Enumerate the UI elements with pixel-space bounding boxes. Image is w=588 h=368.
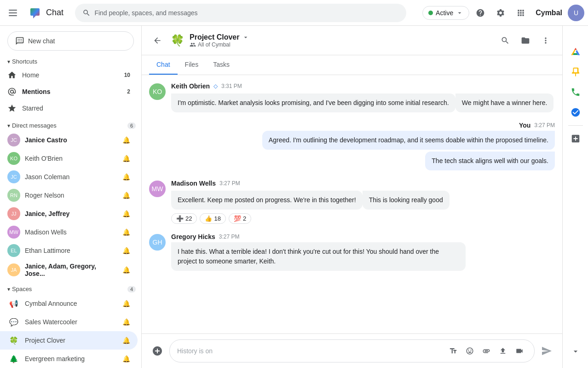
top-bar-right: Active Cymbal U bbox=[422, 4, 584, 22]
format-text-icon bbox=[449, 347, 457, 355]
search-chat-button[interactable] bbox=[496, 31, 514, 50]
dm-item[interactable]: RN Roger Nelson 🔔 bbox=[0, 186, 138, 204]
msg-bubble: I hate this. What a terrible idea! I don… bbox=[171, 242, 466, 271]
keep-button[interactable] bbox=[566, 63, 585, 81]
own-sender: You bbox=[519, 122, 530, 129]
attach-button[interactable] bbox=[479, 344, 494, 358]
msg-sender: Gregory Hicks bbox=[171, 233, 215, 240]
dm-item[interactable]: JA Janice, Adam, Gregory, Jose... 🔔 bbox=[0, 260, 138, 280]
user-avatar[interactable]: U bbox=[568, 5, 584, 21]
spaces-chevron-icon: ▾ bbox=[7, 286, 10, 292]
more-options-button[interactable] bbox=[536, 31, 555, 50]
spaces-list: 📢 Cymbal Announce 🔔 💬 Sales Watercooler … bbox=[0, 294, 141, 368]
add-icon bbox=[152, 345, 163, 356]
view-toggle-button[interactable] bbox=[516, 31, 535, 50]
shortcuts-section[interactable]: ▾ Shortcuts bbox=[0, 56, 141, 67]
space-item[interactable]: 💬 Sales Watercooler 🔔 bbox=[0, 313, 138, 331]
msg-header: Gregory Hicks 3:27 PM bbox=[171, 233, 555, 240]
dm-badge: 6 bbox=[127, 123, 136, 129]
dm-section-label: Direct messages bbox=[12, 122, 127, 129]
msg-content: Madison Wells 3:27 PM Excellent. Keep me… bbox=[171, 180, 555, 224]
space-name: Cymbal Announce bbox=[25, 300, 118, 307]
dm-name: Janice, Adam, Gregory, Jose... bbox=[25, 263, 118, 277]
reaction-pill[interactable]: 💯2 bbox=[229, 213, 251, 224]
dm-bell-icon: 🔔 bbox=[122, 173, 130, 181]
space-item[interactable]: 🍀 Project Clover 🔔 bbox=[0, 331, 138, 350]
status-button[interactable]: Active bbox=[422, 6, 469, 20]
msg-bubble: We might have a winner here. bbox=[455, 93, 554, 112]
chat-subtitle: All of Cymbal bbox=[190, 41, 492, 48]
right-divider bbox=[568, 125, 583, 126]
emoji-button[interactable] bbox=[462, 344, 477, 358]
space-item[interactable]: 📢 Cymbal Announce 🔔 bbox=[0, 294, 138, 313]
help-button[interactable] bbox=[471, 4, 490, 22]
msg-avatar: MW bbox=[149, 181, 166, 197]
video-button[interactable] bbox=[512, 344, 527, 358]
add-button[interactable] bbox=[149, 343, 166, 359]
status-label: Active bbox=[436, 9, 453, 17]
tab-chat[interactable]: Chat bbox=[149, 55, 178, 75]
dm-item[interactable]: JC Jason Coleman 🔔 bbox=[0, 168, 138, 186]
send-button[interactable] bbox=[538, 343, 555, 359]
chat-title: Project Clover bbox=[190, 33, 492, 41]
settings-button[interactable] bbox=[491, 4, 510, 22]
msg-avatar: GH bbox=[149, 234, 166, 251]
add-apps-button[interactable] bbox=[566, 129, 585, 148]
dm-item[interactable]: MW Madison Wells 🔔 bbox=[0, 223, 138, 241]
apps-icon bbox=[516, 8, 525, 18]
back-icon bbox=[153, 36, 162, 45]
msg-bubble: This is looking really good bbox=[363, 191, 450, 210]
chat-subtitle-text: All of Cymbal bbox=[198, 41, 231, 48]
space-bell-icon: 🔔 bbox=[122, 318, 130, 326]
space-name: Evergreen marketing bbox=[25, 355, 118, 362]
emoji-icon bbox=[466, 347, 474, 355]
chat-space-icon: 🍀 bbox=[169, 32, 186, 49]
expand-button[interactable] bbox=[566, 342, 585, 361]
dm-bell-icon: 🔔 bbox=[122, 228, 130, 236]
spaces-section[interactable]: ▾ Spaces 4 bbox=[0, 284, 141, 294]
space-item[interactable]: 🌲 Evergreen marketing 🔔 bbox=[0, 350, 138, 368]
message-group: KO Keith Obrien ◇ 3:31 PM I'm optimistic… bbox=[149, 82, 555, 112]
tasks-button[interactable] bbox=[566, 103, 585, 122]
search-input-wrap[interactable] bbox=[75, 4, 406, 22]
msg-header: Keith Obrien ◇ 3:31 PM bbox=[171, 82, 555, 90]
top-bar: Chat Active Cymbal U bbox=[0, 0, 588, 26]
drive-button[interactable] bbox=[566, 42, 585, 61]
dm-item[interactable]: JC Janice Castro 🔔 bbox=[0, 131, 138, 149]
nav-starred[interactable]: Starred bbox=[0, 100, 138, 117]
space-icon: 📢 bbox=[7, 297, 20, 310]
back-button[interactable] bbox=[149, 32, 166, 49]
home-icon bbox=[7, 70, 17, 80]
space-bell-icon: 🔔 bbox=[122, 300, 130, 307]
msg-bubble: I'm optimistic. Market analysis looks pr… bbox=[171, 93, 455, 112]
reaction-pill[interactable]: 👍18 bbox=[200, 213, 225, 224]
dm-avatar: JJ bbox=[7, 207, 20, 220]
tab-tasks[interactable]: Tasks bbox=[206, 55, 237, 75]
reaction-count: 2 bbox=[243, 215, 246, 222]
message-input-box[interactable]: History is on bbox=[169, 339, 535, 362]
tab-files[interactable]: Files bbox=[178, 55, 206, 75]
dm-name: Roger Nelson bbox=[25, 192, 118, 199]
new-chat-button[interactable]: New chat bbox=[7, 31, 134, 51]
reaction-pill[interactable]: ➕22 bbox=[171, 213, 197, 224]
search-input[interactable] bbox=[94, 9, 399, 17]
nav-mentions[interactable]: Mentions 2 bbox=[0, 83, 138, 100]
msg-content: Keith Obrien ◇ 3:31 PM I'm optimistic. M… bbox=[171, 82, 555, 112]
app-logo: Chat bbox=[26, 6, 65, 20]
format-text-button[interactable] bbox=[446, 344, 461, 358]
dm-item[interactable]: EL Ethan Lattimore 🔔 bbox=[0, 241, 138, 260]
chat-tabs: Chat Files Tasks bbox=[142, 55, 562, 75]
space-icon: 🌲 bbox=[7, 352, 20, 365]
own-time: 3:27 PM bbox=[534, 122, 555, 129]
status-chevron-icon bbox=[456, 9, 463, 17]
right-sidebar bbox=[562, 26, 588, 368]
dm-item[interactable]: JJ Janice, Jeffrey 🔔 bbox=[0, 204, 138, 223]
nav-home[interactable]: Home 10 bbox=[0, 67, 138, 83]
menu-button[interactable] bbox=[4, 4, 22, 22]
phone-button[interactable] bbox=[566, 83, 585, 101]
dm-avatar: MW bbox=[7, 226, 20, 239]
dm-section[interactable]: ▾ Direct messages 6 bbox=[0, 120, 141, 131]
upload-button[interactable] bbox=[496, 344, 510, 358]
dm-item[interactable]: KO Keith O'Brien 🔔 bbox=[0, 149, 138, 168]
apps-button[interactable] bbox=[512, 4, 530, 22]
